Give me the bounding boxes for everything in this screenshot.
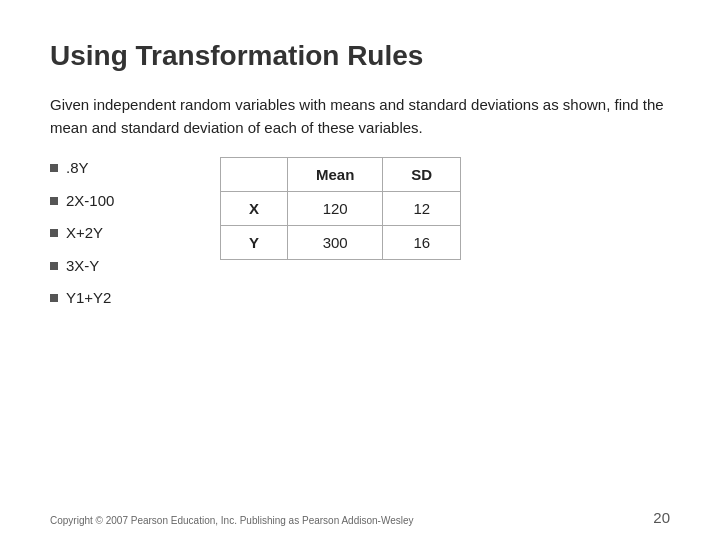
list-item: .8Y [50,157,190,180]
bullet-text: 2X-100 [66,190,114,213]
table-cell-var-x: X [221,192,288,226]
bullet-text: .8Y [66,157,89,180]
list-item: 3X-Y [50,255,190,278]
table-row: X 120 12 [221,192,461,226]
data-table: Mean SD X 120 12 Y 300 16 [220,157,461,260]
list-item: 2X-100 [50,190,190,213]
bullet-icon [50,197,58,205]
page-number: 20 [653,509,670,526]
table-header-empty [221,158,288,192]
bullet-list: .8Y 2X-100 X+2Y 3X-Y Y1+Y2 [50,157,190,320]
table-row: Y 300 16 [221,226,461,260]
table-cell-var-y: Y [221,226,288,260]
copyright-text: Copyright © 2007 Pearson Education, Inc.… [50,515,414,526]
bullet-text: Y1+Y2 [66,287,111,310]
intro-paragraph: Given independent random variables with … [50,94,670,139]
list-item: X+2Y [50,222,190,245]
table-cell-sd-x: 12 [383,192,461,226]
bullet-icon [50,229,58,237]
slide: Using Transformation Rules Given indepen… [0,0,720,540]
data-table-wrapper: Mean SD X 120 12 Y 300 16 [220,157,461,260]
bullet-icon [50,164,58,172]
table-header-sd: SD [383,158,461,192]
table-header-mean: Mean [288,158,383,192]
intro-text: Given independent random variables with … [50,96,664,136]
slide-title: Using Transformation Rules [50,40,670,72]
table-header-row: Mean SD [221,158,461,192]
bullet-text: X+2Y [66,222,103,245]
bullet-icon [50,294,58,302]
list-item: Y1+Y2 [50,287,190,310]
bullet-icon [50,262,58,270]
bullet-text: 3X-Y [66,255,99,278]
footer: Copyright © 2007 Pearson Education, Inc.… [50,509,670,526]
table-cell-mean-x: 120 [288,192,383,226]
content-area: .8Y 2X-100 X+2Y 3X-Y Y1+Y2 [50,157,670,320]
table-cell-mean-y: 300 [288,226,383,260]
table-cell-sd-y: 16 [383,226,461,260]
